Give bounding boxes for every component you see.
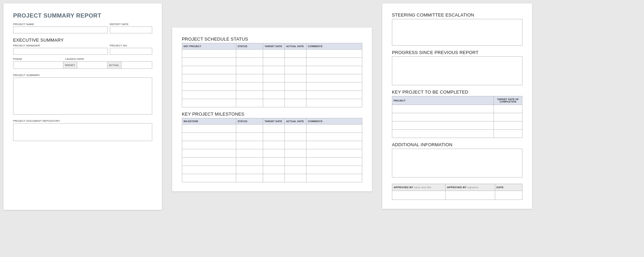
input-project-manager[interactable]: [13, 48, 108, 55]
approved-by-signature: signature: [467, 186, 479, 189]
label-actual: ACTUAL: [107, 62, 121, 68]
th-target-date: TARGET DATE: [263, 43, 285, 50]
input-report-date[interactable]: [110, 26, 152, 33]
label-project-summary: PROJECT SUMMARY: [13, 74, 152, 77]
table-row[interactable]: [182, 158, 362, 166]
textarea-project-summary[interactable]: [13, 77, 152, 115]
table-approval: APPROVED BY name and title APPROVED BY s…: [392, 184, 522, 200]
th-approved-name: APPROVED BY name and title: [392, 184, 446, 191]
section-milestones: KEY PROJECT MILESTONES: [182, 111, 362, 117]
section-steering: STEERING COMMITTEE ESCALATION: [392, 12, 522, 18]
th-project: PROJECT: [392, 96, 494, 105]
approved-by-name-title: name and title: [414, 186, 431, 189]
section-additional: ADDITIONAL INFORMATION: [392, 142, 522, 147]
th-milestone: MILESTONE: [182, 118, 236, 125]
launch-row: TARGET ACTUAL: [13, 61, 152, 69]
table-row[interactable]: [182, 50, 362, 58]
approved-by-label-2: APPROVED BY: [447, 186, 467, 189]
label-doc-repo: PROJECT DOCUMENT REPOSITORY: [13, 119, 152, 122]
table-row[interactable]: [182, 99, 362, 107]
section-schedule-status: PROJECT SCHEDULE STATUS: [182, 36, 362, 42]
th-comments: COMMENTS: [306, 43, 362, 50]
table-row[interactable]: [182, 91, 362, 99]
textarea-doc-repo[interactable]: [13, 123, 152, 141]
input-project-no[interactable]: [110, 48, 152, 55]
table-row[interactable]: [182, 133, 362, 141]
section-progress: PROGRESS SINCE PREVIOUS REPORT: [392, 50, 522, 55]
th-target-completion: TARGET DATE OF COMPLETION: [494, 96, 522, 105]
table-row[interactable]: [182, 125, 362, 133]
page-1: PROJECT SUMMARY REPORT PROJECT NAME REPO…: [3, 3, 162, 210]
label-report-date: REPORT DATE: [110, 23, 152, 26]
textarea-steering[interactable]: [392, 19, 522, 46]
input-phase[interactable]: [13, 62, 63, 68]
table-row[interactable]: [392, 113, 522, 121]
th-actual-date-2: ACTUAL DATE: [285, 118, 307, 125]
table-row[interactable]: [182, 74, 362, 83]
input-project-name[interactable]: [13, 26, 108, 33]
date-label: DATE: [497, 186, 504, 189]
label-phase: PHASE: [13, 57, 63, 61]
table-row[interactable]: [182, 149, 362, 158]
table-row[interactable]: [182, 83, 362, 91]
approved-by-label-1: APPROVED BY: [394, 186, 413, 189]
table-row[interactable]: [182, 58, 362, 66]
section-executive-summary: EXECUTIVE SUMMARY: [13, 38, 152, 43]
label-project-name: PROJECT NAME: [13, 23, 108, 26]
th-status: STATUS: [236, 43, 263, 50]
th-comments-2: COMMENTS: [306, 118, 362, 125]
label-launch-date: LAUNCH DATE: [65, 57, 152, 61]
input-launch-target[interactable]: [77, 62, 107, 68]
th-status-2: STATUS: [236, 118, 263, 125]
table-row[interactable]: [182, 174, 362, 182]
page-2: PROJECT SCHEDULE STATUS KEY PROJECT STAT…: [172, 28, 372, 191]
section-key-project-complete: KEY PROJECT TO BE COMPLETED: [392, 89, 522, 95]
th-actual-date: ACTUAL DATE: [285, 43, 307, 50]
table-key-project: PROJECT TARGET DATE OF COMPLETION: [392, 96, 522, 138]
label-project-no: PROJECT NO.: [110, 44, 152, 47]
table-row[interactable]: [182, 66, 362, 74]
th-key-project: KEY PROJECT: [182, 43, 236, 50]
textarea-progress[interactable]: [392, 56, 522, 85]
textarea-additional[interactable]: [392, 149, 522, 178]
table-row[interactable]: [392, 191, 522, 200]
table-row[interactable]: [392, 121, 522, 130]
table-row[interactable]: [392, 105, 522, 113]
th-date: DATE: [495, 184, 522, 191]
label-project-manager: PROJECT MANAGER: [13, 44, 108, 47]
th-approved-sig: APPROVED BY signature: [445, 184, 495, 191]
main-title: PROJECT SUMMARY REPORT: [13, 12, 152, 19]
table-row[interactable]: [182, 166, 362, 174]
input-launch-actual[interactable]: [122, 62, 152, 68]
table-row[interactable]: [392, 130, 522, 138]
label-target: TARGET: [63, 62, 77, 68]
table-row[interactable]: [182, 141, 362, 149]
page-3: STEERING COMMITTEE ESCALATION PROGRESS S…: [382, 3, 532, 209]
th-target-date-2: TARGET DATE: [263, 118, 285, 125]
table-schedule-status: KEY PROJECT STATUS TARGET DATE ACTUAL DA…: [182, 43, 362, 107]
table-milestones: MILESTONE STATUS TARGET DATE ACTUAL DATE…: [182, 118, 362, 182]
